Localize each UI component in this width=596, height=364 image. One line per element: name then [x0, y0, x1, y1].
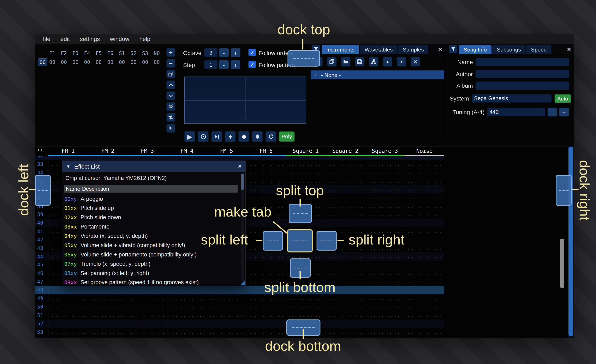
pattern-cell[interactable]: ... .. .. ...	[207, 287, 246, 293]
instrument-save-button[interactable]	[355, 57, 365, 67]
instruments-tab-instruments[interactable]: Instruments	[322, 45, 359, 54]
pattern-cell[interactable]: ... .. .. ...	[405, 237, 444, 242]
pattern-cell[interactable]: ... .. .. ...	[326, 304, 365, 310]
pattern-cell[interactable]: ... .. .. ...	[88, 287, 127, 293]
pattern-cell[interactable]: ... .. .. ...	[207, 329, 246, 335]
pattern-cell[interactable]: ... .. .. ...	[365, 270, 405, 276]
pattern-cell[interactable]: ... .. .. ...	[326, 321, 365, 326]
instrument-list-item[interactable]: ○ - None -	[311, 70, 444, 79]
song-tab-song-info[interactable]: Song Info	[459, 45, 492, 54]
orders-move-down-button[interactable]	[166, 91, 175, 100]
pattern-cell[interactable]: ... .. .. ...	[326, 170, 365, 175]
pattern-cell[interactable]: ... .. .. ...	[365, 313, 405, 318]
instrument-down-button[interactable]: ▼	[397, 57, 406, 67]
pattern-cell[interactable]: ... .. .. ...	[365, 279, 405, 284]
effect-row-07xy[interactable]: 07xyTremolo (x: speed; y: depth)	[64, 259, 238, 269]
pattern-cell[interactable]: ... .. .. ...	[88, 313, 127, 318]
pattern-cell[interactable]: ... .. .. ...	[326, 212, 365, 217]
pattern-cell[interactable]: ... .. .. ...	[326, 161, 365, 167]
pattern-cell[interactable]: ... .. .. ...	[365, 204, 405, 209]
filter-icon[interactable]	[449, 45, 457, 53]
octave-decrement-button[interactable]: -	[219, 48, 229, 57]
channel-header-fm-5[interactable]: FM 5	[207, 147, 246, 156]
pattern-cell[interactable]: ... .. .. ...	[405, 246, 444, 251]
pattern-cell[interactable]: ... .. .. ...	[365, 329, 405, 335]
pattern-cell[interactable]: ... .. .. ...	[167, 329, 207, 335]
pattern-cell[interactable]: ... .. .. ...	[405, 313, 444, 318]
channel-header-fm-2[interactable]: FM 2	[88, 147, 127, 156]
pattern-cell[interactable]: ... .. .. ...	[365, 287, 405, 293]
pattern-cell[interactable]: ... .. .. ...	[48, 296, 88, 301]
pattern-cell[interactable]: ... .. .. ...	[326, 313, 365, 318]
transport-step-row-button[interactable]	[225, 131, 236, 142]
name-input[interactable]	[476, 58, 569, 66]
pattern-cell[interactable]: ... .. .. ...	[326, 156, 365, 158]
pattern-cell[interactable]: ... .. .. ...	[127, 313, 167, 318]
pattern-cell[interactable]: ... .. .. ...	[246, 321, 286, 326]
orders-remove-button[interactable]: −	[166, 59, 175, 68]
pattern-cell[interactable]: ... .. .. ...	[405, 220, 444, 226]
channel-header-square-2[interactable]: Square 2	[326, 147, 365, 156]
pattern-cell[interactable]: ... .. .. ...	[405, 229, 444, 234]
effect-list-scrollbar-thumb[interactable]	[241, 174, 244, 190]
pattern-cell[interactable]: ... .. .. ...	[48, 313, 88, 318]
split-target-left[interactable]	[263, 231, 283, 250]
transport-play-pattern-button[interactable]	[198, 131, 209, 142]
menu-item-help[interactable]: help	[134, 34, 156, 44]
orders-value[interactable]: 00	[128, 59, 139, 65]
pattern-cell[interactable]: ... .. .. ...	[286, 161, 326, 167]
pattern-cell[interactable]: ... .. .. ...	[48, 287, 88, 293]
step-increment-button[interactable]: +	[231, 60, 240, 69]
pattern-scrollbar-thumb[interactable]	[560, 239, 564, 288]
pattern-cell[interactable]: ... .. .. ...	[405, 270, 444, 276]
pattern-cell[interactable]: ... .. .. ...	[365, 254, 405, 259]
channel-header-noise[interactable]: Noise	[405, 147, 444, 156]
effect-row-03xx[interactable]: 03xxPortamento	[64, 222, 238, 231]
pattern-cell[interactable]: ... .. .. ...	[167, 287, 207, 293]
channel-header-fm-1[interactable]: FM 1	[48, 147, 88, 156]
pattern-cell[interactable]: ... .. .. ...	[207, 304, 246, 310]
pattern-cell[interactable]: ... .. .. ...	[286, 304, 326, 310]
orders-value[interactable]: 00	[58, 59, 70, 65]
pattern-cell[interactable]: ... .. .. ...	[88, 329, 127, 335]
auto-button[interactable]: Auto	[555, 94, 571, 103]
pattern-cell[interactable]: ... .. .. ...	[326, 204, 365, 209]
effect-row-09xx[interactable]: 09xxSet groove pattern (speed 1 if no gr…	[64, 278, 238, 287]
pattern-cell[interactable]: ... .. .. ...	[405, 254, 444, 259]
close-icon[interactable]: ×	[438, 45, 442, 54]
step-value[interactable]: 1	[204, 60, 217, 69]
pattern-cell[interactable]: ... .. .. ...	[365, 178, 405, 184]
pattern-cell[interactable]: ... .. .. ...	[88, 321, 127, 326]
pattern-cell[interactable]: ... .. .. ...	[365, 161, 405, 167]
orders-value[interactable]: 00	[116, 59, 128, 65]
pattern-cell[interactable]: ... .. .. ...	[405, 262, 444, 268]
pattern-cell[interactable]: ... .. .. ...	[48, 156, 88, 158]
octave-value[interactable]: 3	[204, 48, 217, 57]
effect-row-08xy[interactable]: 08xySet panning (x: left; y: right)	[64, 269, 238, 278]
pattern-cell[interactable]: ... .. .. ...	[405, 187, 444, 192]
pattern-cell[interactable]: ... .. .. ...	[246, 313, 286, 318]
pattern-cell[interactable]: ... .. .. ...	[246, 329, 286, 335]
orders-row[interactable]: 00000000000000000000	[46, 59, 163, 65]
transport-record-button[interactable]	[238, 131, 249, 142]
transport-metronome-button[interactable]	[252, 131, 263, 142]
pattern-cell[interactable]: ... .. .. ...	[365, 212, 405, 217]
pattern-cell[interactable]: ... .. .. ...	[326, 296, 365, 301]
orders-value[interactable]: 00	[104, 59, 116, 65]
channel-header-square-3[interactable]: Square 3	[365, 147, 405, 156]
tuning-increment-button[interactable]: +	[559, 108, 569, 116]
orders-value[interactable]: 00	[46, 59, 58, 65]
pattern-cell[interactable]: ... .. .. ...	[127, 296, 167, 301]
dock-target-top[interactable]	[287, 50, 320, 67]
step-decrement-button[interactable]: -	[219, 60, 229, 69]
split-target-right[interactable]	[317, 231, 337, 250]
pattern-cell[interactable]: ... .. .. ...	[246, 156, 286, 158]
orders-select-mode-button[interactable]	[166, 124, 175, 132]
effect-row-06xy[interactable]: 06xyVolume slide + portamento (compatibi…	[64, 250, 238, 259]
orders-change-mode-button[interactable]	[166, 113, 175, 122]
pattern-cell[interactable]: ... .. .. ...	[365, 195, 405, 200]
album-input[interactable]	[476, 82, 569, 90]
orders-value[interactable]: 00	[139, 59, 151, 65]
pattern-cell[interactable]: ... .. .. ...	[88, 156, 127, 158]
tuning-decrement-button[interactable]: -	[548, 108, 557, 116]
